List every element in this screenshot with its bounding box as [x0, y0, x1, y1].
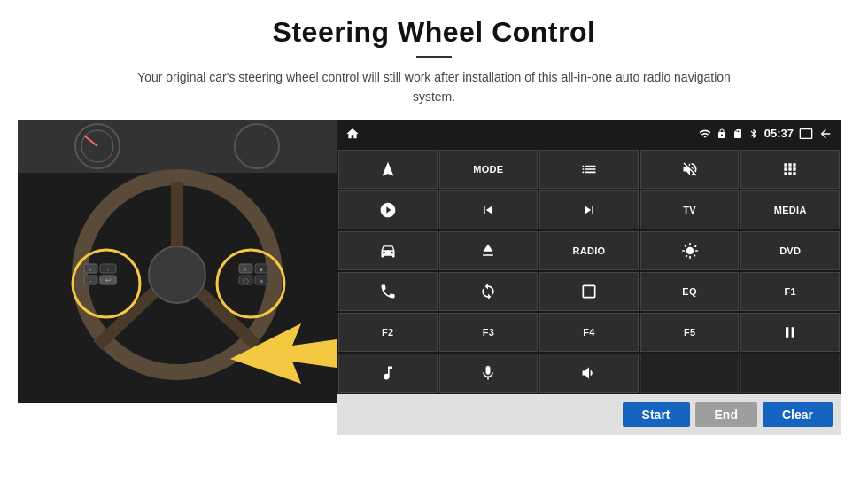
status-left [345, 127, 360, 141]
svg-text:-: - [89, 278, 91, 284]
btn-list[interactable] [539, 150, 639, 189]
btn-f4[interactable]: F4 [539, 313, 639, 352]
wifi-icon [699, 128, 711, 140]
end-button[interactable]: End [695, 402, 757, 427]
svg-text:◯: ◯ [243, 278, 249, 284]
screen-icon [799, 127, 813, 141]
btn-settings-circle[interactable] [338, 190, 438, 229]
subtitle: Your original car's steering wheel contr… [133, 67, 735, 107]
lock-icon [717, 128, 727, 139]
btn-eject[interactable] [439, 231, 539, 270]
btn-mode[interactable]: MODE [439, 150, 539, 189]
btn-apps[interactable] [740, 150, 840, 189]
btn-vol-phone[interactable] [539, 354, 639, 393]
svg-text:↩: ↩ [105, 276, 112, 284]
btn-mic[interactable] [439, 354, 539, 393]
svg-text:≡: ≡ [244, 267, 247, 272]
svg-text:+: + [89, 267, 92, 272]
head-unit-panel: 05:37 MODE [337, 120, 841, 435]
btn-empty-1 [640, 354, 740, 393]
status-bar: 05:37 [337, 120, 841, 148]
time-display: 05:37 [764, 127, 794, 140]
btn-empty-2 [740, 354, 840, 393]
btn-media[interactable]: MEDIA [740, 190, 840, 229]
btn-f3[interactable]: F3 [439, 313, 539, 352]
svg-text:⊕: ⊕ [260, 278, 263, 284]
title-divider [416, 56, 452, 58]
svg-rect-1 [18, 120, 337, 173]
back-icon [818, 127, 833, 141]
start-button[interactable]: Start [623, 402, 690, 427]
clear-button[interactable]: Clear [763, 402, 833, 427]
page-title: Steering Wheel Control [18, 16, 850, 49]
btn-f2[interactable]: F2 [338, 313, 438, 352]
btn-navigate[interactable] [338, 150, 438, 189]
btn-eq[interactable]: EQ [640, 272, 740, 311]
btn-tv[interactable]: TV [640, 190, 740, 229]
svg-text:◈: ◈ [260, 267, 263, 272]
steering-wheel-image: + - ♪ ↩ ≡ ◯ ◈ ⊕ [18, 120, 337, 403]
btn-dvd[interactable]: DVD [740, 231, 840, 270]
page-container: Steering Wheel Control Your original car… [0, 0, 868, 482]
button-grid: MODE [337, 148, 841, 394]
btn-brightness[interactable] [640, 231, 740, 270]
btn-play-pause[interactable] [740, 313, 840, 352]
svg-point-7 [149, 246, 205, 303]
action-bar: Start End Clear [337, 394, 841, 435]
btn-f1[interactable]: F1 [740, 272, 840, 311]
btn-rectangle[interactable] [539, 272, 639, 311]
btn-f5[interactable]: F5 [640, 313, 740, 352]
status-right: 05:37 [699, 127, 833, 141]
home-icon [345, 127, 360, 141]
content-row: + - ♪ ↩ ≡ ◯ ◈ ⊕ [18, 120, 850, 435]
sd-icon [732, 128, 743, 139]
btn-360-car[interactable] [338, 231, 438, 270]
btn-phone[interactable] [338, 272, 438, 311]
bluetooth-icon [748, 128, 759, 139]
btn-next[interactable] [539, 190, 639, 229]
title-section: Steering Wheel Control Your original car… [18, 16, 850, 120]
btn-mute[interactable] [640, 150, 740, 189]
btn-circle-arrow[interactable] [439, 272, 539, 311]
btn-music[interactable] [338, 354, 438, 393]
btn-radio[interactable]: RADIO [539, 231, 639, 270]
btn-prev[interactable] [439, 190, 539, 229]
